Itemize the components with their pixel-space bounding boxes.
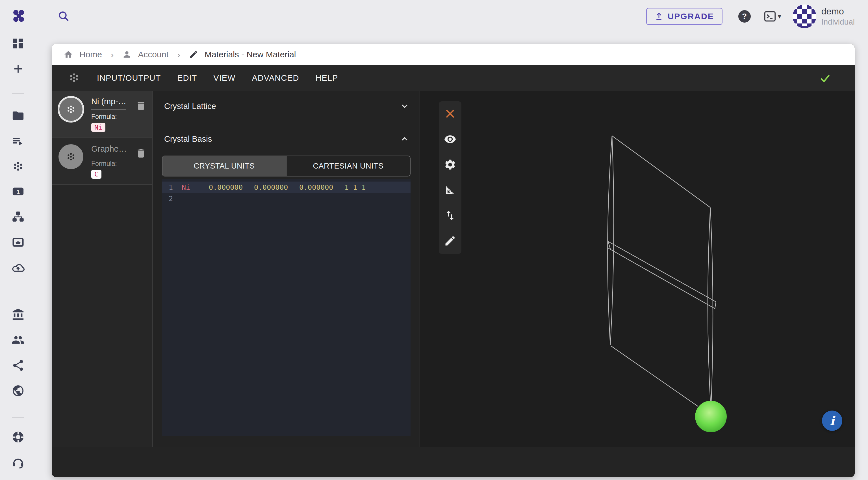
console-menu[interactable]: ▾ [764, 11, 781, 22]
coord-x: 0.000000 [209, 183, 254, 192]
coord-z: 0.000000 [299, 183, 344, 192]
element-token: Ni [182, 183, 209, 192]
material-item-ni[interactable]: Ni (mp-… Formula: Ni [52, 91, 152, 138]
material-info: Graphe… Formula: C [91, 144, 127, 179]
support-headset-icon[interactable] [11, 456, 25, 470]
sidebar-divider [12, 294, 24, 294]
breadcrumb-separator: › [175, 49, 183, 60]
app-logo-icon[interactable] [11, 8, 26, 23]
menu-advanced[interactable]: ADVANCED [252, 73, 299, 83]
projects-folder-icon[interactable] [11, 109, 25, 122]
card-footer [52, 447, 855, 477]
help-icon[interactable]: ? [738, 10, 751, 23]
tab-cartesian-units[interactable]: CARTESIAN UNITS [286, 156, 410, 176]
atom-sphere-ni[interactable] [695, 401, 727, 432]
upgrade-button[interactable]: UPGRADE [646, 8, 722, 25]
breadcrumb-home[interactable]: Home [80, 50, 102, 59]
basis-code-editor[interactable]: 1 Ni 0.000000 0.000000 0.000000 1 1 1 2 [162, 179, 410, 436]
cloud-upload-icon[interactable] [11, 262, 25, 275]
section-title: Crystal Lattice [164, 102, 216, 111]
svg-text:1: 1 [17, 188, 20, 195]
chevron-up-icon[interactable] [400, 134, 409, 144]
menu-input-output[interactable]: INPUT/OUTPUT [97, 73, 161, 83]
crystal-3d-viewer: i [420, 91, 855, 447]
materials-atoms-icon[interactable] [11, 160, 25, 173]
topbar-right-group: UPGRADE ? ▾ [646, 0, 855, 32]
crystal-basis-header[interactable]: Crystal Basis [153, 122, 420, 156]
menu-help[interactable]: HELP [315, 73, 338, 83]
create-new-icon[interactable] [11, 62, 25, 75]
info-glyph: i [830, 414, 835, 428]
jobs-list-icon[interactable] [11, 135, 25, 148]
left-sidebar: 1 [0, 32, 36, 480]
crystal-lattice-header[interactable]: Crystal Lattice [153, 91, 420, 122]
settings-gear-icon[interactable] [444, 159, 456, 171]
material-dots-icon [67, 71, 81, 84]
user-plan: Individual [822, 17, 855, 27]
delete-material-icon[interactable] [135, 100, 147, 111]
sidebar-divider [12, 93, 24, 94]
code-line[interactable]: 2 [162, 193, 410, 204]
chevron-down-icon[interactable] [400, 101, 409, 111]
line-number: 2 [169, 195, 182, 203]
search-icon[interactable] [57, 10, 70, 23]
measure-set-square-icon[interactable] [444, 184, 456, 196]
line-number: 1 [169, 183, 182, 192]
info-button[interactable]: i [822, 411, 842, 431]
user-menu[interactable]: demo Individual [793, 4, 855, 28]
code-line[interactable]: 1 Ni 0.000000 0.000000 0.000000 1 1 1 [162, 181, 410, 193]
viewer-toolbar [439, 101, 461, 254]
structure-editor-panel: Crystal Lattice Crystal Basis CRYSTAL UN… [153, 91, 420, 447]
sidebar-divider [12, 417, 24, 418]
formula-label: Formula: [91, 160, 127, 167]
tab-crystal-units[interactable]: CRYSTAL UNITS [162, 156, 286, 176]
units-tabs: CRYSTAL UNITS CARTESIAN UNITS [162, 156, 410, 176]
menu-view[interactable]: VIEW [213, 73, 236, 83]
default-material-badge-icon[interactable]: 1 [11, 185, 25, 198]
media-image-icon[interactable] [11, 236, 25, 249]
constraint-flags: 1 1 1 [344, 183, 366, 192]
save-check-icon[interactable] [818, 71, 832, 84]
unit-cell-wireframe [420, 91, 855, 447]
terminal-icon [764, 11, 776, 22]
material-info: Ni (mp-… Formula: Ni [91, 97, 126, 132]
account-person-icon [122, 50, 132, 59]
upload-arrow-icon [655, 11, 663, 21]
organization-bank-icon[interactable] [11, 308, 25, 321]
edit-pencil-icon [189, 50, 198, 59]
breadcrumb-current: Materials - New Material [205, 50, 296, 59]
share-icon[interactable] [11, 359, 25, 372]
help-lifebuoy-icon[interactable] [11, 431, 25, 444]
editor-menubar: INPUT/OUTPUT EDIT VIEW ADVANCED HELP [52, 65, 855, 91]
workflows-network-icon[interactable] [11, 210, 25, 224]
user-name: demo [822, 6, 855, 17]
material-avatar [59, 144, 83, 169]
delete-material-icon[interactable] [135, 148, 147, 159]
chevron-down-icon: ▾ [778, 12, 781, 20]
formula-chip: C [91, 170, 101, 179]
material-title: Graphe… [91, 144, 127, 153]
title-underline [91, 109, 126, 110]
breadcrumb-separator: › [108, 49, 116, 60]
close-icon[interactable] [444, 108, 456, 120]
swap-axes-icon[interactable] [444, 209, 456, 221]
teams-people-icon[interactable] [11, 334, 25, 346]
breadcrumb-account[interactable]: Account [138, 50, 168, 59]
material-avatar [59, 97, 83, 122]
crystal-viewport[interactable] [420, 91, 855, 447]
main-content-card: Home › Account › Materials - New Materia… [52, 44, 855, 477]
material-title: Ni (mp-… [91, 97, 126, 106]
avatar [793, 4, 816, 28]
globe-public-icon[interactable] [11, 384, 25, 397]
visibility-eye-icon[interactable] [444, 133, 456, 145]
materials-list: Ni (mp-… Formula: Ni Graphe… [52, 91, 153, 447]
coord-y: 0.000000 [254, 183, 299, 192]
menu-edit[interactable]: EDIT [177, 73, 197, 83]
question-glyph: ? [742, 12, 747, 21]
dashboard-icon[interactable] [11, 37, 25, 50]
edit-pencil-icon[interactable] [444, 235, 456, 247]
material-item-graphene[interactable]: Graphe… Formula: C [52, 138, 152, 185]
user-info: demo Individual [822, 6, 855, 27]
breadcrumb: Home › Account › Materials - New Materia… [52, 44, 855, 65]
top-bar: UPGRADE ? ▾ [0, 0, 868, 32]
